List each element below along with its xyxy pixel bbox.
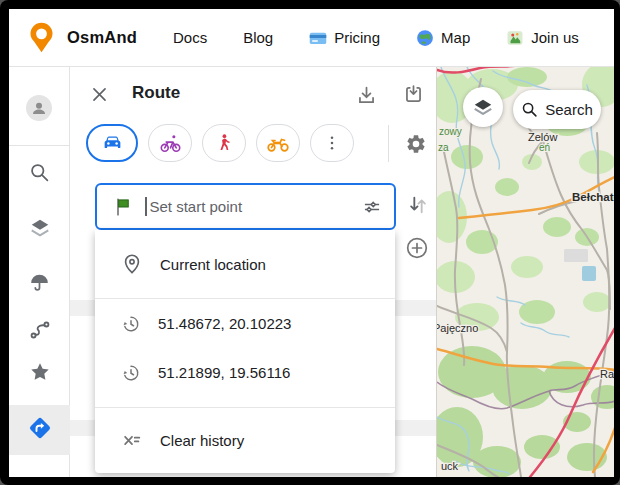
profile-motorcycle-button[interactable] — [256, 124, 300, 162]
history-icon — [121, 363, 141, 383]
clear-history-label: Clear history — [160, 432, 244, 449]
profile-car-button[interactable] — [86, 124, 138, 162]
join-us-icon — [506, 29, 524, 47]
profile-more-button[interactable] — [310, 124, 354, 162]
browser-screenshot-frame: OsmAnd Docs Blog Pricing Map Join us — [0, 0, 620, 485]
import-file-button[interactable] — [401, 82, 425, 106]
history-coordinates: 51.48672, 20.10223 — [158, 315, 291, 332]
dropdown-item-history-2[interactable]: 51.21899, 19.56116 — [95, 348, 395, 397]
close-icon — [90, 85, 109, 104]
map-label-town-partial: uck — [441, 460, 459, 472]
brand-name[interactable]: OsmAnd — [67, 28, 137, 47]
search-icon — [521, 101, 538, 118]
lake — [582, 266, 596, 281]
map-label-town-zelow: Zelów — [528, 131, 557, 143]
nav-map[interactable]: Map — [416, 29, 470, 47]
map-label-town-radomsko: Radomsko — [600, 368, 614, 380]
download-route-button[interactable] — [354, 83, 378, 107]
route-settings-button[interactable] — [403, 131, 429, 157]
nav-docs[interactable]: Docs — [173, 29, 207, 46]
nav-pricing[interactable]: Pricing — [309, 29, 380, 47]
history-coordinates: 51.21899, 19.56116 — [158, 364, 290, 381]
sidebar-item-weather[interactable] — [9, 260, 70, 304]
dropdown-item-history-1[interactable]: 51.48672, 20.10223 — [95, 299, 395, 348]
map-label-town-pajeczno: Pajęczno — [437, 322, 478, 334]
nav-join-us[interactable]: Join us — [506, 29, 579, 47]
map-layers-button[interactable] — [463, 87, 503, 127]
search-icon — [29, 162, 50, 183]
navigation-directions-icon — [28, 416, 52, 440]
clear-history-icon — [121, 429, 143, 451]
nav-blog[interactable]: Blog — [243, 29, 273, 46]
text-caret — [145, 197, 147, 216]
map-label-nature: zowy — [439, 126, 462, 137]
plus-circle-icon — [405, 236, 429, 260]
star-icon — [29, 361, 51, 383]
sidebar-item-account[interactable] — [26, 95, 52, 121]
more-vertical-icon — [323, 134, 341, 152]
location-pin-icon — [121, 253, 143, 275]
sidebar-item-search[interactable] — [9, 150, 70, 194]
map-label-nature: eń — [539, 142, 550, 153]
download-icon — [356, 85, 377, 106]
avatar-icon — [30, 99, 48, 117]
map-canvas: zowy za eń Zelów Bełchatów Pajęczno Rado… — [437, 67, 614, 477]
map-label-town-belchatow: Bełchatów — [572, 191, 614, 203]
motorcycle-icon — [266, 131, 290, 155]
current-location-label: Current location — [160, 256, 266, 273]
map-label-nature: za — [438, 142, 449, 153]
globe-icon — [416, 29, 434, 47]
start-flag-icon — [113, 197, 133, 217]
pills-divider — [388, 125, 389, 162]
dropdown-item-clear-history[interactable]: Clear history — [95, 408, 395, 472]
car-icon — [101, 132, 124, 155]
bicycle-icon — [159, 132, 182, 155]
sidebar-item-favorites[interactable] — [9, 350, 70, 394]
credit-card-icon — [309, 29, 327, 47]
panel-title: Route — [132, 83, 180, 103]
start-point-dropdown: Current location 51.48672, 20.10223 51.2… — [95, 230, 395, 473]
industrial-area — [564, 249, 588, 262]
sidebar-item-navigation[interactable] — [9, 406, 70, 450]
track-route-icon — [29, 319, 51, 341]
profile-selector — [86, 124, 354, 162]
map-search-button[interactable]: Search — [513, 90, 601, 129]
pedestrian-icon — [214, 133, 234, 153]
top-navbar: OsmAnd Docs Blog Pricing Map Join us — [9, 9, 614, 67]
import-icon — [403, 84, 424, 105]
gear-icon — [405, 133, 427, 155]
add-point-button[interactable] — [404, 235, 430, 261]
swap-arrows-icon — [407, 194, 429, 216]
close-panel-button[interactable] — [88, 83, 110, 105]
layers-icon — [472, 96, 494, 118]
start-point-input[interactable]: Set start point — [95, 183, 396, 230]
map-viewport[interactable]: zowy za eń Zelów Bełchatów Pajęczno Rado… — [436, 67, 614, 477]
tune-options-icon[interactable] — [362, 197, 382, 217]
osmand-logo-icon[interactable] — [28, 22, 55, 53]
umbrella-icon — [29, 272, 50, 293]
start-input-placeholder: Set start point — [150, 198, 363, 215]
history-icon — [121, 314, 141, 334]
route-panel: Route — [70, 67, 436, 477]
sidebar-item-layers[interactable] — [9, 206, 70, 250]
swap-points-button[interactable] — [405, 192, 431, 218]
left-sidebar — [9, 67, 70, 477]
map-search-label: Search — [545, 101, 593, 118]
sidebar-item-tracks[interactable] — [9, 308, 70, 352]
profile-pedestrian-button[interactable] — [202, 124, 246, 162]
profile-bicycle-button[interactable] — [148, 124, 192, 162]
layers-icon — [29, 217, 51, 239]
dropdown-item-current-location[interactable]: Current location — [95, 230, 395, 298]
sidebar-divider — [9, 145, 70, 146]
